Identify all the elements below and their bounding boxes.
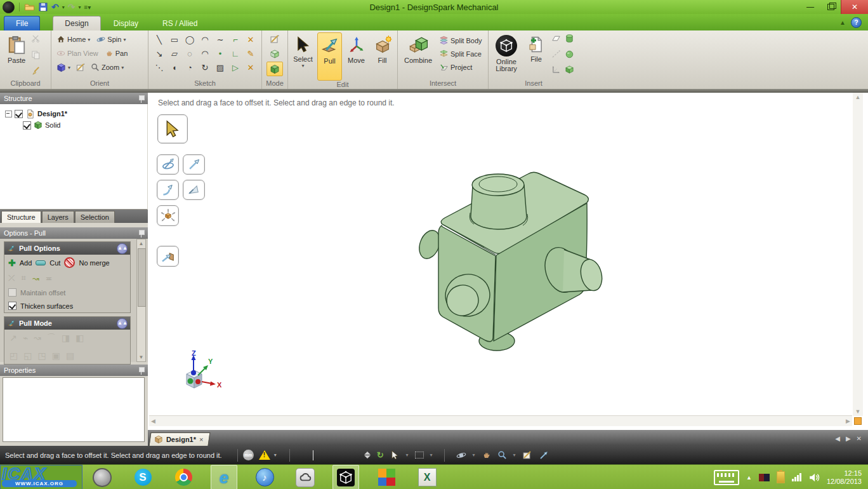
pull-mode-thicken-icon[interactable]: ▣ — [52, 351, 60, 361]
selection-filter-icon[interactable] — [415, 452, 424, 459]
collapse-section-icon[interactable]: ▲▲ — [117, 243, 128, 254]
pull-mode-pivot-icon[interactable]: ◱ — [23, 351, 32, 361]
zoom-icon[interactable] — [497, 450, 507, 460]
help-icon[interactable]: ? — [851, 17, 862, 28]
pull-mode-blend-icon[interactable]: ◰ — [10, 351, 18, 361]
sketch-circle-icon[interactable]: ◯ — [185, 36, 195, 44]
cut-option[interactable]: Cut — [49, 259, 60, 267]
sketch-tangent-line-icon[interactable]: ↘ — [156, 50, 163, 58]
pull-mode-revolve-icon[interactable]: ⌒ — [47, 333, 56, 344]
sketch-fill-region-icon[interactable]: ▨ — [216, 64, 224, 72]
close-all-tabs-icon[interactable]: ✕ — [857, 435, 862, 442]
canvas-horizontal-scrollbar[interactable]: ◀ ▶ — [149, 415, 852, 426]
online-library-button[interactable]: Online Library — [492, 32, 521, 79]
tab-selection[interactable]: Selection — [75, 211, 115, 223]
design1-visibility-checkbox[interactable] — [15, 110, 23, 118]
taskbar-excel[interactable]: X — [414, 465, 440, 489]
collapse-node-icon[interactable] — [5, 111, 12, 117]
curved-pull-guide-button[interactable] — [157, 180, 179, 200]
pull-mode-round-icon[interactable]: ↗ — [10, 333, 17, 344]
zoom-button[interactable]: Zoom▾ — [91, 60, 124, 74]
sketch-rectangle-icon[interactable]: ▭ — [171, 36, 178, 44]
pull-direction-button[interactable] — [157, 246, 179, 267]
tree-row-design1[interactable]: Design1* — [0, 108, 147, 119]
paste-button[interactable]: Paste — [3, 32, 30, 79]
no-merge-option[interactable]: No merge — [79, 259, 109, 267]
add-option[interactable]: Add — [20, 259, 32, 267]
caret-icon[interactable]: ▾ — [513, 452, 516, 458]
orbit-icon[interactable] — [456, 450, 466, 460]
scroll-left-icon[interactable]: ◀ — [151, 418, 155, 424]
cut-icon[interactable] — [31, 34, 41, 43]
document-tab-design1[interactable]: Design1* × — [149, 432, 210, 446]
thicken-surfaces-checkbox[interactable] — [8, 302, 16, 310]
insert-shell-icon[interactable] — [565, 65, 574, 74]
caret-icon[interactable]: ▾ — [430, 452, 433, 458]
scroll-up-icon[interactable]: ▲ — [137, 241, 145, 246]
touch-keyboard-icon[interactable] — [714, 470, 739, 485]
tab-file[interactable]: File — [4, 16, 40, 30]
tab-rs-allied[interactable]: RS / Allied — [151, 17, 209, 30]
pin-icon[interactable] — [138, 229, 144, 238]
sketch-view-icon[interactable] — [76, 63, 86, 72]
pull-measure-icon[interactable]: ≖ — [46, 274, 53, 283]
taskbar-icloud[interactable] — [292, 465, 319, 489]
solid-mode-icon[interactable] — [266, 62, 283, 76]
solid-model[interactable] — [403, 156, 619, 359]
scroll-down-icon[interactable]: ▼ — [137, 354, 145, 360]
taskbar-chrome[interactable] — [170, 465, 197, 489]
tab-design[interactable]: Design — [53, 16, 100, 30]
solid-visibility-checkbox[interactable] — [23, 121, 31, 130]
sketch-create-corner-icon[interactable]: ⌐ — [233, 36, 238, 44]
insert-origin-icon[interactable] — [551, 65, 561, 74]
clock[interactable]: 12:15 12/08/2013 — [827, 469, 862, 486]
tab-structure[interactable]: Structure — [1, 211, 41, 223]
sketch-spline-icon[interactable]: ∼ — [217, 36, 224, 44]
icax-logo[interactable]: ICAX WWW.ICAX.ORG — [0, 465, 82, 489]
pull-mode-chamfer-icon[interactable]: ⌁ — [23, 333, 28, 344]
sketch-grid-icon[interactable] — [522, 450, 532, 460]
tab-layers[interactable]: Layers — [42, 211, 74, 223]
project-button[interactable]: Project — [439, 61, 482, 74]
action-center-icon[interactable] — [759, 474, 770, 481]
sketch-trim-icon[interactable]: ✕ — [247, 36, 254, 44]
taskbar-designspark[interactable] — [332, 465, 359, 489]
sketch-sweep-arc-icon[interactable]: ↻ — [202, 64, 209, 72]
insert-cylinder-icon[interactable] — [565, 34, 574, 43]
pin-icon[interactable] — [138, 95, 144, 103]
move-button[interactable]: Move — [345, 32, 368, 79]
scroll-up-icon[interactable]: ▲ — [853, 94, 863, 100]
pull-mode-draft-icon[interactable]: ◧ — [76, 333, 84, 344]
insert-sphere-icon[interactable] — [565, 50, 574, 59]
taskbar-itunes[interactable]: ♪ — [251, 465, 278, 489]
copy-icon[interactable] — [31, 50, 41, 60]
maintain-offset-checkbox[interactable] — [8, 288, 16, 297]
canvas-vertical-scrollbar[interactable]: ▲ ▼ — [853, 93, 863, 416]
home-button[interactable]: Home▾ — [56, 32, 90, 46]
split-face-button[interactable]: Split Face — [439, 47, 482, 60]
taskbar-app-launcher[interactable] — [89, 465, 115, 489]
select-button[interactable]: Select ▾ — [291, 32, 315, 79]
pull-mode-shell-icon[interactable]: ◳ — [37, 351, 46, 361]
select-tool-guide-button[interactable] — [157, 114, 188, 144]
fly-arrow-icon[interactable] — [539, 450, 549, 460]
sketch-three-point-arc-icon[interactable]: ◠ — [201, 50, 208, 58]
prev-tab-icon[interactable]: ◀ — [835, 435, 840, 442]
options-scrollbar[interactable]: ▲ ▼ — [136, 239, 146, 362]
caret-icon[interactable]: ▾ — [406, 452, 409, 458]
select-mode-icon[interactable] — [390, 450, 400, 460]
pull-mode-copy-edge-icon[interactable]: ▤ — [66, 351, 74, 361]
plan-view-button[interactable]: Plan View — [56, 46, 98, 60]
insert-plane-icon[interactable] — [551, 34, 561, 43]
pivot-guide-button[interactable] — [183, 180, 205, 200]
pan-icon[interactable] — [482, 450, 491, 460]
taskbar-internet-explorer[interactable]: e — [211, 465, 237, 489]
caret-icon[interactable]: ▾ — [473, 452, 475, 458]
spin-button[interactable]: Spin▾ — [96, 32, 126, 46]
unit-badge[interactable]: mm — [243, 450, 254, 460]
sketch-split-icon[interactable]: ✕ — [247, 64, 254, 72]
scroll-thumb[interactable] — [138, 248, 146, 307]
sketch-ellipse-icon[interactable]: ◖ — [172, 64, 177, 72]
sketch-slot-icon[interactable]: ◔ — [187, 64, 192, 72]
volume-icon[interactable] — [808, 472, 820, 483]
